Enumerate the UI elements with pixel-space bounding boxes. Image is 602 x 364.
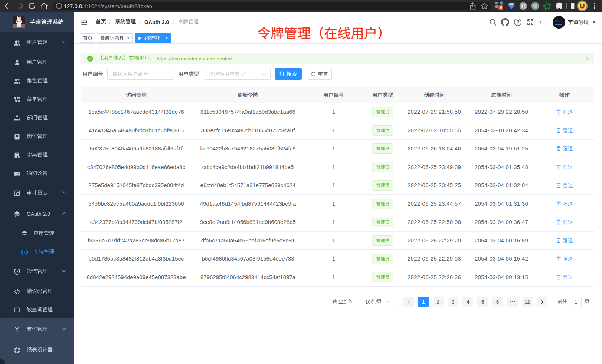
svg-text:9: 9 [500,5,502,10]
